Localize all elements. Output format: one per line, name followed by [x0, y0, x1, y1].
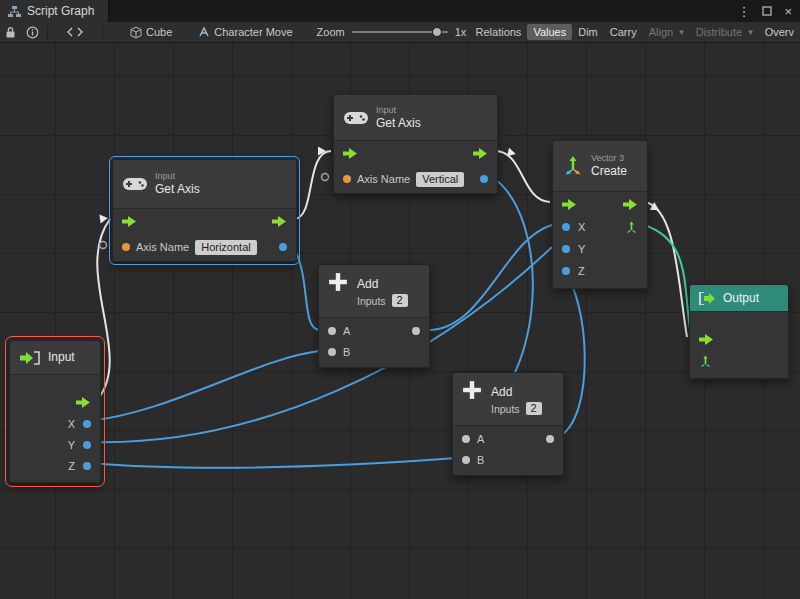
port-a-label: A: [477, 433, 484, 445]
port-z-label: Z: [68, 460, 75, 472]
info-button[interactable]: [21, 24, 44, 41]
titlebar-drag-area[interactable]: [109, 0, 737, 22]
control-in-port[interactable]: [562, 199, 577, 210]
node-title: Add: [491, 385, 542, 399]
chevrons-icon: [66, 27, 84, 37]
port-unconnected-vertical[interactable]: [322, 174, 329, 181]
node-get-axis-vertical[interactable]: Input Get Axis Axis Name Vertical: [333, 94, 498, 194]
control-in-port[interactable]: [122, 216, 137, 227]
vector-result-port-icon[interactable]: [625, 221, 638, 234]
titlebar: Script Graph ⋮ ×: [0, 0, 800, 22]
connection-input-z-to-add2-b[interactable]: [88, 458, 456, 468]
breadcrumb-cube-label: Cube: [146, 26, 172, 38]
node-add-bottom[interactable]: Add Inputs 2 A B: [452, 372, 564, 476]
control-out-port[interactable]: [623, 199, 638, 210]
close-icon[interactable]: ×: [784, 5, 792, 18]
port-b[interactable]: [328, 348, 336, 356]
node-vector3-create[interactable]: Vector 3 Create X: [552, 140, 648, 289]
info-icon: [26, 26, 39, 39]
gamepad-icon: [344, 111, 368, 125]
port-y-label: Y: [578, 243, 585, 255]
kebab-menu-icon[interactable]: ⋮: [737, 5, 750, 18]
result-port[interactable]: [546, 435, 554, 443]
zoom-value: 1x: [455, 26, 467, 38]
character-move-icon: [198, 26, 210, 38]
port-b[interactable]: [462, 456, 470, 464]
control-out-port[interactable]: [76, 397, 91, 408]
port-unconnected-horizontal[interactable]: [100, 242, 107, 249]
zoom-slider-handle[interactable]: [432, 27, 442, 37]
input-event-icon: [20, 351, 40, 365]
port-x-label: X: [68, 418, 75, 430]
port-z[interactable]: [83, 462, 91, 470]
maximize-icon[interactable]: [762, 6, 772, 16]
carry-button[interactable]: Carry: [604, 24, 643, 40]
node-title: Get Axis: [155, 182, 200, 196]
overview-button[interactable]: Overv: [759, 24, 800, 40]
port-z[interactable]: [562, 267, 570, 275]
breadcrumb-character-move[interactable]: Character Move: [192, 24, 298, 40]
node-input-event[interactable]: Input X Y Z: [9, 340, 101, 483]
breadcrumb-cube[interactable]: Cube: [124, 24, 178, 41]
control-in-port[interactable]: [343, 148, 358, 159]
port-y[interactable]: [562, 245, 570, 253]
axis-name-field[interactable]: Horizontal: [195, 240, 257, 255]
axis-name-port[interactable]: [122, 243, 130, 251]
graph-toolbar: Cube Character Move Zoom 1x Relations Va…: [0, 22, 800, 43]
port-b-label: B: [343, 346, 350, 358]
cube-icon: [130, 26, 142, 39]
breadcrumb-character-move-label: Character Move: [214, 26, 292, 38]
code-view-button[interactable]: [51, 25, 99, 39]
control-out-port[interactable]: [473, 148, 488, 159]
graph-canvas[interactable]: Input Get Axis Axis Name Vertical: [0, 43, 800, 599]
toolbar-separator: [102, 25, 103, 40]
relations-button[interactable]: Relations: [470, 24, 528, 40]
vector-in-port-icon[interactable]: [699, 355, 712, 368]
node-title: Create: [591, 164, 627, 178]
result-port[interactable]: [480, 175, 488, 183]
port-a[interactable]: [462, 435, 470, 443]
chevron-down-icon: ▾: [679, 27, 684, 37]
port-z-label: Z: [578, 265, 585, 277]
add-icon: [462, 380, 482, 400]
port-b-label: B: [477, 454, 484, 466]
distribute-dropdown[interactable]: Distribute ▾: [690, 24, 759, 40]
node-title: Input: [48, 350, 75, 364]
connection-control-horizontal-to-vertical[interactable]: [294, 151, 331, 219]
port-x[interactable]: [562, 223, 570, 231]
node-title: Output: [723, 291, 759, 305]
port-y[interactable]: [83, 441, 91, 449]
values-button[interactable]: Values: [527, 24, 572, 40]
lock-button[interactable]: [0, 24, 21, 40]
node-category: Input: [155, 171, 200, 182]
node-get-axis-horizontal[interactable]: Input Get Axis Axis Name Horizontal: [112, 159, 297, 262]
tab-script-graph[interactable]: Script Graph: [0, 0, 109, 22]
node-category: Input: [376, 105, 421, 116]
add-icon: [328, 272, 348, 292]
port-a[interactable]: [328, 327, 336, 335]
control-in-port[interactable]: [699, 334, 714, 345]
vector3-icon: [563, 156, 583, 176]
inputs-count-field[interactable]: 2: [392, 294, 408, 307]
port-x[interactable]: [83, 420, 91, 428]
node-title: Add: [357, 277, 408, 291]
align-dropdown[interactable]: Align ▾: [643, 24, 690, 40]
control-out-port[interactable]: [272, 216, 287, 227]
result-port[interactable]: [279, 243, 287, 251]
inputs-count-field[interactable]: 2: [526, 402, 542, 415]
node-output[interactable]: Output: [689, 284, 789, 379]
zoom-slider[interactable]: [352, 31, 448, 33]
toolbar-separator: [47, 25, 48, 40]
connection-control-vector3-to-output[interactable]: [645, 202, 687, 337]
axis-name-field[interactable]: Vertical: [416, 172, 464, 187]
gamepad-icon: [123, 177, 147, 191]
axis-name-port[interactable]: [343, 175, 351, 183]
tab-label: Script Graph: [27, 4, 94, 18]
node-category: Vector 3: [591, 153, 627, 164]
dim-button[interactable]: Dim: [572, 24, 604, 40]
node-add-top[interactable]: Add Inputs 2 A B: [318, 264, 430, 368]
result-port[interactable]: [412, 327, 420, 335]
inputs-label: Inputs: [491, 403, 520, 415]
connection-control-vertical-to-vector3[interactable]: [495, 151, 550, 202]
zoom-label: Zoom: [317, 26, 345, 38]
